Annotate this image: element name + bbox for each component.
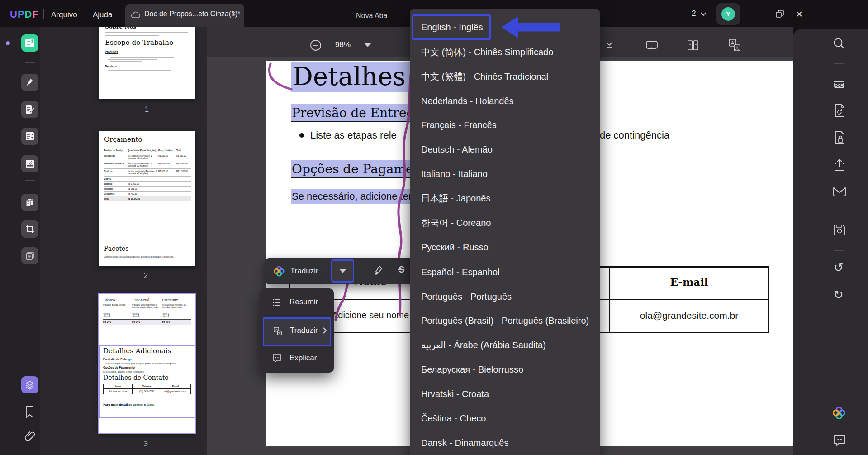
new-tab-button[interactable]: Nova Aba [356, 12, 387, 20]
language-item[interactable]: 中文 (简体) - Chinês Simplificado [421, 46, 553, 58]
language-item[interactable]: Deutsch - Alemão [421, 143, 493, 156]
page-thumbnail-3-selected[interactable]: Básico Essencial Premium O pacote Básico… [99, 294, 195, 433]
translate-icon[interactable]: A文 [727, 38, 742, 53]
highlighter-icon [25, 77, 35, 87]
menu-item-traduzir-selected[interactable]: A文 Traduzir [263, 317, 331, 346]
page-number: 1 [145, 105, 149, 114]
close-button[interactable]: ✕ [796, 9, 803, 19]
tab-title: Doc de Propos...eto Cinza(1)* [144, 10, 241, 18]
language-item[interactable]: Hrvatski - Croata [421, 388, 489, 400]
account-button[interactable]: Y [716, 3, 740, 25]
undo-icon[interactable]: ↺ [834, 261, 844, 275]
logo-letter: D [25, 9, 33, 20]
selection-toolbar: Traduzir S [265, 258, 418, 284]
book-icon [24, 38, 35, 48]
thumb-heading: Escopo do Trabalho [105, 38, 173, 47]
language-item[interactable]: Español - Espanhol [421, 266, 499, 278]
crop-icon [25, 224, 35, 234]
active-tool-indicator-dot [6, 41, 10, 45]
language-item[interactable]: Italiano - Italiano [421, 168, 488, 180]
zoom-dropdown-caret-icon[interactable] [365, 43, 371, 47]
panel-divider [834, 250, 844, 251]
thumb-heading: Sobre Nós [105, 27, 136, 30]
sidebar-tool-reader[interactable] [21, 34, 38, 52]
document-tab[interactable]: Doc de Propos...eto Cinza(1)* ✕ [125, 4, 244, 27]
menu-item-label: Traduzir [290, 326, 318, 335]
translate-dropdown-button[interactable] [331, 259, 354, 283]
panel-divider [834, 63, 844, 64]
sidebar-tool-watermark[interactable] [21, 247, 38, 264]
sidebar-tool-sign[interactable] [21, 155, 38, 172]
chevron-down-icon[interactable] [700, 12, 707, 16]
language-item[interactable]: Беларуская - Bielorrusso [421, 363, 523, 376]
translate-icon: A文 [273, 326, 283, 336]
avatar: Y [721, 7, 735, 21]
language-item[interactable]: English - Inglês [421, 21, 483, 34]
zoom-level-value[interactable]: 98% [335, 40, 351, 49]
redo-icon[interactable]: ↻ [834, 288, 844, 302]
save-icon[interactable] [833, 223, 846, 237]
menu-item-explicar[interactable]: Explicar [260, 345, 334, 373]
menu-item-resumir[interactable]: Resumir [260, 288, 334, 316]
language-item[interactable]: Français - Francês [421, 119, 497, 131]
thumb-text: Criamos pacotes flexíveis para atender a… [104, 256, 191, 258]
ai-context-menu: Resumir A文 Traduzir Explicar [260, 288, 334, 373]
presentation-mode-icon[interactable] [645, 40, 658, 51]
titlebar-divider [43, 9, 44, 19]
language-item[interactable]: 한국어 - Coreano [421, 216, 491, 229]
sidebar-tool-highlighter[interactable] [21, 74, 38, 91]
updf-ai-icon[interactable] [832, 406, 846, 420]
language-item[interactable]: 中文 (繁體) - Chinês Tradicional [421, 70, 548, 83]
translate-action-button[interactable]: Traduzir [290, 267, 318, 276]
language-item[interactable]: العربية - Árabe (Arábia Saudita) [421, 339, 546, 351]
thumb-subheading: Opções de Pagamento [103, 366, 135, 369]
thumb-subheading: Previsão de Entrega [103, 358, 132, 361]
feedback-chat-icon[interactable] [833, 434, 846, 447]
language-item[interactable]: Čeština - Checo [421, 412, 486, 425]
page-count-value[interactable]: 2 [692, 9, 696, 18]
reader-mode-icon[interactable] [687, 39, 699, 51]
language-item[interactable]: Português - Português [421, 290, 512, 303]
menu-ajuda[interactable]: Ajuda [93, 10, 112, 19]
thumb-selected-region [99, 345, 195, 418]
collapse-toolbar-icon[interactable] [604, 40, 615, 51]
search-icon[interactable] [832, 37, 846, 50]
titlebar-divider [749, 7, 749, 19]
bookmark-icon [24, 406, 35, 418]
thumb-heading: Detalhes de Contato [103, 374, 169, 381]
zoom-out-icon[interactable] [309, 39, 322, 52]
sidebar-tool-pages[interactable] [21, 194, 38, 211]
sidebar-panel-attachments[interactable] [24, 430, 36, 443]
highlight-tool-icon[interactable] [372, 264, 384, 278]
minimize-button[interactable] [754, 14, 762, 14]
language-item[interactable]: Português (Brasil) - Português (Brasilei… [421, 314, 589, 327]
dropdown-caret-icon [339, 269, 346, 273]
page-thumbnail-2[interactable]: Orçamento Produto ou ServiçoQuantidade (… [99, 131, 195, 266]
paperclip-icon [24, 430, 36, 443]
rail-divider [25, 62, 35, 63]
explain-chat-icon [272, 354, 281, 363]
menu-arquivo[interactable]: Arquivo [51, 10, 77, 19]
page-thumbnail-1[interactable]: Sobre Nós Escopo do Trabalho Produtos Se… [99, 27, 195, 99]
language-item[interactable]: Dansk - Dinamarquês [421, 436, 508, 449]
ocr-icon[interactable]: OCR [832, 77, 846, 91]
toolbar-divider [361, 266, 361, 277]
sidebar-tool-crop[interactable] [21, 220, 38, 238]
tab-close-icon[interactable]: ✕ [231, 10, 237, 18]
language-item[interactable]: 日本語 - Japonês [421, 192, 490, 205]
mail-icon[interactable] [832, 186, 847, 197]
pages-icon [25, 197, 35, 207]
sidebar-panel-thumbnails[interactable] [21, 376, 38, 393]
share-icon[interactable] [833, 158, 846, 172]
restore-button[interactable] [775, 10, 784, 19]
updf-app-window: UPDF Arquivo Ajuda Doc de Propos...eto C… [0, 0, 868, 455]
strikethrough-tool-icon[interactable]: S [398, 264, 404, 275]
convert-document-icon[interactable] [833, 103, 846, 118]
language-item[interactable]: Русский - Russo [421, 241, 489, 254]
thumb-text: • Liste as etapas relevantes para o proj… [105, 363, 176, 365]
sidebar-panel-bookmarks[interactable] [24, 406, 35, 418]
sidebar-tool-form[interactable] [21, 128, 38, 145]
protect-document-icon[interactable] [833, 130, 846, 145]
sidebar-tool-comment[interactable] [21, 101, 38, 118]
language-item[interactable]: Nederlands - Holandês [421, 95, 514, 107]
